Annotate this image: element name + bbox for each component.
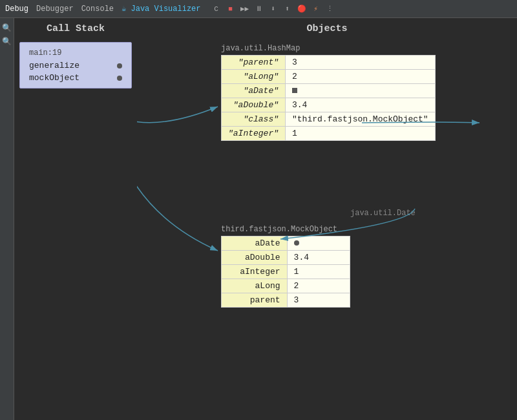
hashmap-key-parent: "parent" [222, 56, 286, 70]
hashmap-key-along: "aLong" [222, 70, 286, 84]
zoom-out-icon[interactable]: 🔍 [2, 37, 12, 47]
table-row: aInteger 1 [222, 265, 350, 279]
mock-key-along: aLong [222, 279, 288, 293]
toolbar-orange-icon[interactable]: ⚡ [311, 4, 321, 14]
left-sidebar: 🔍 🔍 [0, 18, 14, 420]
hashmap-val-class: "third.fastjson.MockObject" [286, 112, 436, 127]
hashmap-type-label: java.util.HashMap [221, 44, 436, 53]
table-row: "class" "third.fastjson.MockObject" [222, 112, 436, 127]
mock-key-adate: aDate [222, 236, 288, 251]
date-type-label: java.util.Date [350, 209, 416, 218]
table-row: "aDate" [222, 84, 436, 98]
hashmap-val-along: 2 [286, 70, 436, 84]
hashmap-val-adate [286, 84, 436, 98]
callstack-item-mockobject[interactable]: mockObject [26, 72, 125, 84]
objects-title: Objects [147, 23, 507, 34]
toolbar: Debug Debugger Console ☕ Java Visualizer… [0, 0, 517, 18]
mock-key-adouble: aDouble [222, 251, 288, 265]
table-row: parent 3 [222, 293, 350, 308]
callstack-item-generalize[interactable]: generalize [26, 59, 125, 72]
table-row: aLong 2 [222, 279, 350, 293]
toolbar-more-icon[interactable]: ⋮ [325, 4, 335, 14]
table-row: "aInteger" 1 [222, 127, 436, 141]
table-row: "aLong" 2 [222, 70, 436, 84]
toolbar-debugger[interactable]: Debugger [36, 5, 74, 14]
toolbar-console[interactable]: Console [81, 5, 114, 14]
mock-val-ainteger: 1 [287, 265, 350, 279]
callstack-panel: Call Stack main:19 generalize mockObject [14, 18, 137, 420]
mock-val-adouble: 3.4 [287, 251, 350, 265]
table-row: aDouble 3.4 [222, 251, 350, 265]
toolbar-actions: C ■ ▶▶ ⏸ ⬇ ⬆ 🔴 ⚡ ⋮ [211, 4, 335, 14]
mockobject-table: aDate aDouble 3.4 aInteger 1 aLong 2 [221, 236, 350, 308]
hashmap-val-parent: 3 [286, 56, 436, 70]
table-row: aDate [222, 236, 350, 251]
toolbar-stepout-icon[interactable]: ⬆ [282, 4, 293, 14]
callstack-mockobject-label: mockObject [29, 73, 79, 83]
toolbar-c-icon[interactable]: C [211, 4, 222, 14]
toolbar-stop-icon[interactable]: ■ [226, 4, 236, 14]
arrow-generalize-to-hashmap [137, 107, 218, 123]
toolbar-stepover-icon[interactable]: ⬇ [268, 4, 279, 14]
main-container: 🔍 🔍 Call Stack main:19 generalize mockOb… [0, 18, 517, 420]
arrow-mockobject-to-table [137, 127, 218, 251]
callstack-box: main:19 generalize mockObject [19, 42, 132, 89]
hashmap-key-class: "class" [222, 112, 286, 127]
mockobject-group: third.fastjson.MockObject aDate aDouble … [221, 225, 350, 308]
mock-val-parent: 3 [287, 293, 350, 308]
hashmap-adate-dot [292, 88, 297, 93]
mock-key-ainteger: aInteger [222, 265, 288, 279]
hashmap-key-ainteger: "aInteger" [222, 127, 286, 141]
hashmap-val-adouble: 3.4 [286, 98, 436, 112]
hashmap-val-ainteger: 1 [286, 127, 436, 141]
callstack-generalize-label: generalize [29, 61, 79, 70]
toolbar-debug[interactable]: Debug [5, 5, 28, 14]
zoom-in-icon[interactable]: 🔍 [2, 23, 12, 33]
mock-val-along: 2 [287, 279, 350, 293]
objects-panel: Objects java.util.HashMap "parent" 3 "aL… [137, 18, 517, 420]
table-row: "aDouble" 3.4 [222, 98, 436, 112]
table-row: "parent" 3 [222, 56, 436, 70]
mock-adate-dot [294, 240, 299, 246]
hashmap-key-adate: "aDate" [222, 84, 286, 98]
mockobject-type-label: third.fastjson.MockObject [221, 225, 350, 234]
toolbar-resume-icon[interactable]: ▶▶ [240, 4, 250, 14]
callstack-mockobject-dot [117, 76, 122, 81]
callstack-main-line: main:19 [26, 47, 125, 59]
toolbar-visualizer[interactable]: ☕ Java Visualizer [121, 4, 200, 14]
hashmap-table: "parent" 3 "aLong" 2 "aDate" "aDouble" 3… [221, 55, 436, 141]
mock-key-parent: parent [222, 293, 288, 308]
mock-val-adate [287, 236, 350, 251]
toolbar-red-icon[interactable]: 🔴 [297, 4, 307, 14]
hashmap-group: java.util.HashMap "parent" 3 "aLong" 2 "… [221, 44, 436, 141]
callstack-title: Call Stack [19, 23, 132, 34]
hashmap-key-adouble: "aDouble" [222, 98, 286, 112]
callstack-generalize-dot [117, 63, 122, 68]
toolbar-pause-icon[interactable]: ⏸ [254, 4, 264, 14]
